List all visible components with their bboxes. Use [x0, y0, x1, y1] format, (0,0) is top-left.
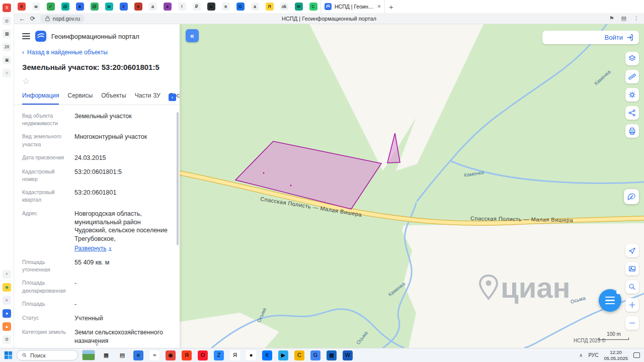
action-center-icon[interactable]	[633, 352, 640, 358]
pinned-tab[interactable]: ₽	[189, 0, 204, 13]
taskbar-app-icon[interactable]: ▤	[117, 350, 127, 360]
side-strip-icon[interactable]: +	[3, 270, 11, 279]
taskbar-app-icon[interactable]: Z	[214, 350, 224, 360]
taskbar-app-icon[interactable]: К	[262, 350, 272, 360]
attribute-value: Земельный участок	[74, 112, 172, 127]
new-tab-button[interactable]: +	[389, 3, 393, 11]
widgets-thumbnail[interactable]	[82, 350, 95, 360]
expand-label: Развернуть	[74, 244, 107, 252]
taskbar-search[interactable]: Поиск	[17, 350, 78, 360]
expand-address-link[interactable]: Развернуть∨	[74, 244, 112, 252]
scroll-down-chevron-icon[interactable]: ∨	[95, 341, 99, 347]
clock[interactable]: 12:20 05.05.2025	[604, 349, 628, 361]
side-strip-icon[interactable]: ▣	[3, 56, 11, 64]
taskbar-app-icon[interactable]: Я	[182, 350, 192, 360]
side-strip-icon[interactable]: ○	[3, 69, 11, 77]
collapse-panel-button[interactable]: «	[186, 29, 199, 42]
login-button[interactable]: Войти	[542, 31, 639, 44]
layers-button[interactable]	[625, 52, 639, 65]
zoom-out-button[interactable]	[625, 316, 639, 330]
pinned-tab[interactable]: я	[218, 0, 233, 13]
pinned-tab[interactable]: в	[72, 0, 87, 13]
taskbar-app-icon[interactable]: Я	[230, 350, 240, 360]
browser-action-icon[interactable]: ⚑	[609, 15, 614, 22]
panel-scrollbar[interactable]	[177, 112, 179, 245]
pinned-tab[interactable]: a	[145, 0, 160, 13]
pinned-tab[interactable]: м	[29, 0, 43, 13]
browser-action-icon[interactable]: ▤	[621, 15, 626, 22]
active-tab[interactable]: НСПД | Геоинформацион... ×	[320, 0, 385, 13]
taskbar-app-icon[interactable]: ▦	[101, 350, 111, 360]
map-canvas[interactable]: Спасская Полисть — Малая Вишера Спасская…	[180, 24, 644, 348]
back-icon[interactable]: ←	[19, 15, 25, 22]
taskbar-app-icon[interactable]: e	[133, 350, 143, 360]
pinned-tab[interactable]: a	[160, 0, 175, 13]
side-strip-icon[interactable]: ●	[3, 309, 11, 318]
taskbar-app-icon[interactable]: C	[294, 350, 304, 360]
pinned-tab[interactable]: C	[306, 0, 320, 13]
map-view[interactable]: Спасская Полисть — Малая Вишера Спасская…	[180, 24, 644, 348]
back-to-results-link[interactable]: ‹ Назад в найденные объекты	[14, 46, 180, 58]
reload-icon[interactable]: ⟳	[30, 15, 35, 22]
attribute-label: Кадастровый квартал	[22, 189, 74, 204]
pinned-tab[interactable]: я	[131, 0, 145, 13]
pinned-tab[interactable]: 8	[14, 0, 29, 13]
favicon-icon: м	[105, 3, 113, 11]
panel-tab[interactable]: Информация	[22, 88, 59, 105]
share-button[interactable]	[625, 106, 639, 120]
pinned-tab[interactable]: a	[248, 0, 262, 13]
pinned-tab[interactable]: G	[233, 0, 248, 13]
print-button[interactable]	[625, 124, 639, 138]
side-strip-icon[interactable]: ≡	[3, 296, 11, 305]
pinned-tab[interactable]: ✉	[291, 0, 306, 13]
side-strip-icon[interactable]: 8	[3, 4, 11, 12]
side-strip-icon[interactable]: ⚙	[3, 335, 11, 344]
side-strip-icon[interactable]: 28	[3, 43, 11, 51]
side-strip-icon[interactable]: ▲	[3, 322, 11, 331]
menu-icon[interactable]	[22, 33, 30, 39]
pinned-tab[interactable]: ok	[277, 0, 291, 13]
feedback-button[interactable]	[624, 189, 639, 204]
attribute-row: Площадь декларированная -	[22, 279, 172, 294]
pinned-tab[interactable]: @	[58, 0, 72, 13]
start-button[interactable]	[4, 351, 13, 359]
settings-button[interactable]	[625, 88, 639, 102]
taskbar-app-icon[interactable]: ▦	[327, 350, 337, 360]
panel-tab[interactable]: Объекты	[101, 88, 126, 105]
pinned-tab[interactable]: ✓	[43, 0, 58, 13]
pinned-tab[interactable]: ж	[204, 0, 218, 13]
side-strip-icon[interactable]: ◎	[3, 17, 11, 25]
search-area-button[interactable]	[625, 280, 639, 294]
language-indicator[interactable]: РУС	[588, 352, 598, 358]
panel-tab[interactable]: Части ЗУ	[135, 88, 160, 105]
zoom-in-button[interactable]	[625, 298, 639, 312]
taskbar-app-icon[interactable]: ▶	[278, 350, 288, 360]
favicon-icon: a	[149, 3, 157, 11]
browser-action-icon[interactable]: ⋮	[633, 15, 639, 22]
favorite-star-icon[interactable]: ☆	[14, 72, 180, 88]
screenshot-button[interactable]	[625, 262, 639, 276]
taskbar-app-icon[interactable]: ≈	[149, 350, 159, 360]
pinned-tab[interactable]: м	[102, 0, 116, 13]
pinned-tab[interactable]: @	[87, 0, 102, 13]
tabs-scroll-right-button[interactable]: ›	[169, 94, 176, 101]
taskbar-app-icon[interactable]: G	[310, 350, 320, 360]
hidden-icons-chevron[interactable]: ∧	[579, 352, 583, 358]
close-tab-icon[interactable]: ×	[377, 3, 381, 10]
taskbar-app-icon[interactable]: О	[198, 350, 208, 360]
measure-button[interactable]	[625, 70, 639, 83]
side-strip-icon[interactable]: ▦	[3, 30, 11, 38]
taskbar-app-icon[interactable]: ●	[246, 350, 256, 360]
chat-widget-button[interactable]	[599, 289, 621, 312]
taskbar-app-icon[interactable]: W	[343, 350, 353, 360]
side-strip-icon[interactable]: ◉	[3, 283, 11, 292]
pinned-tab[interactable]: !	[175, 0, 189, 13]
url-field[interactable]: nspd.gov.ru	[40, 15, 85, 23]
locate-button[interactable]	[625, 244, 639, 257]
pen-chat-icon	[627, 192, 636, 201]
pinned-tab[interactable]: z	[116, 0, 131, 13]
taskbar-app-icon[interactable]: ◉	[166, 350, 176, 360]
pinned-tab[interactable]: Я	[262, 0, 277, 13]
map-toolbar-bottom	[625, 244, 639, 330]
panel-tab[interactable]: Сервисы	[67, 88, 93, 105]
